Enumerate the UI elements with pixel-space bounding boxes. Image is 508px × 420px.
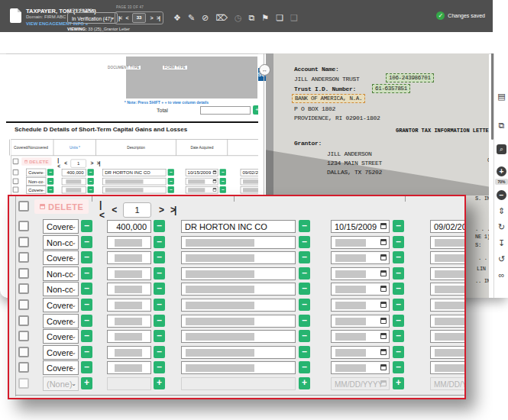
remove-row-button[interactable]: – <box>154 361 165 373</box>
covered-select[interactable]: Non-covered⌄ <box>26 177 46 186</box>
units-input[interactable] <box>107 330 151 343</box>
remove-row-button[interactable]: – <box>81 361 92 373</box>
link-icon[interactable]: ∞ <box>497 270 506 280</box>
remove-row-button[interactable]: – <box>220 186 226 193</box>
date-sold-input[interactable] <box>430 267 466 280</box>
remove-row-button[interactable]: – <box>88 186 94 193</box>
date-acquired-input[interactable] <box>331 283 390 296</box>
remove-row-button[interactable]: – <box>47 169 53 176</box>
remove-row-button[interactable]: – <box>154 330 165 342</box>
stamp-icon[interactable]: ❖ <box>173 11 181 24</box>
calendar-icon[interactable] <box>213 188 216 191</box>
row-checkbox[interactable] <box>18 252 29 263</box>
search-document-icon[interactable]: ⌕ <box>497 144 506 154</box>
calendar-icon[interactable] <box>380 254 387 260</box>
comment-icon[interactable]: ❏ <box>276 11 283 24</box>
next-page-button[interactable]: > <box>150 15 152 21</box>
units-input[interactable] <box>107 236 151 249</box>
covered-select[interactable]: Non-covered⌄ <box>43 282 79 296</box>
row-checkbox[interactable] <box>13 178 19 184</box>
first-page-button[interactable]: |< <box>118 15 121 21</box>
date-acquired-input[interactable] <box>331 330 390 343</box>
bookmark-icon[interactable]: ⚑ <box>261 11 269 24</box>
last-page-button[interactable]: >| <box>97 160 100 166</box>
delete-page-icon[interactable]: ⌦ <box>215 11 228 24</box>
row-checkbox[interactable] <box>18 268 29 279</box>
add-row-button[interactable]: + <box>393 377 404 389</box>
calendar-icon[interactable] <box>380 223 387 229</box>
remove-row-button[interactable]: – <box>393 299 404 311</box>
history-icon[interactable]: ◷ <box>235 11 242 24</box>
row-checkbox[interactable] <box>18 283 29 294</box>
date-sold-input[interactable]: 09/02/2010 <box>430 220 466 233</box>
total-add-button[interactable]: + <box>253 105 258 115</box>
covered-select[interactable]: Covered⌄ <box>43 314 79 328</box>
date-acquired-input[interactable] <box>331 236 390 249</box>
description-input[interactable]: DR HORTON INC CO <box>102 169 166 176</box>
remove-row-button[interactable]: – <box>299 236 310 248</box>
date-sold-input[interactable] <box>241 186 258 193</box>
remove-row-button[interactable]: – <box>81 251 92 263</box>
remove-row-button[interactable]: – <box>299 267 310 279</box>
date-sold-input[interactable] <box>241 178 258 185</box>
grid-page-input[interactable]: 1 <box>123 202 151 218</box>
document-icon[interactable]: ❑ <box>290 11 298 24</box>
units-input[interactable] <box>107 361 151 374</box>
remove-row-button[interactable]: – <box>81 220 92 232</box>
calendar-icon[interactable] <box>213 170 216 173</box>
row-checkbox[interactable] <box>18 331 29 341</box>
date-sold-input[interactable] <box>430 236 466 249</box>
units-input[interactable]: 400,000 <box>107 220 151 233</box>
add-row-button[interactable]: + <box>299 377 310 389</box>
remove-row-button[interactable]: – <box>81 330 92 342</box>
date-acquired-input[interactable] <box>331 346 390 359</box>
row-checkbox[interactable] <box>18 299 29 310</box>
remove-row-button[interactable]: – <box>88 178 94 185</box>
view-pages-select[interactable]: In Verification (47) ▾ <box>67 12 118 24</box>
last-page-button[interactable]: >| <box>170 205 175 215</box>
covered-select[interactable]: Covered⌄ <box>43 329 79 344</box>
remove-row-button[interactable]: – <box>299 283 310 295</box>
remove-row-button[interactable]: – <box>299 330 310 342</box>
remove-row-button[interactable]: – <box>393 346 404 358</box>
description-input[interactable] <box>181 267 296 280</box>
remove-row-button[interactable]: – <box>393 236 404 248</box>
description-input[interactable] <box>181 377 296 390</box>
covered-select[interactable]: Covered⌄ <box>43 219 79 234</box>
row-checkbox[interactable] <box>13 170 19 176</box>
remove-row-button[interactable]: – <box>393 315 404 327</box>
date-acquired-input[interactable] <box>331 315 390 328</box>
covered-select[interactable]: Covered⌄ <box>26 169 46 177</box>
description-input[interactable] <box>102 178 166 185</box>
remove-row-button[interactable]: – <box>393 267 404 279</box>
print-icon[interactable]: ▤ <box>497 92 506 102</box>
refresh-icon[interactable]: ↺ <box>497 254 506 264</box>
zoom-in-icon[interactable]: + <box>497 166 506 176</box>
remove-row-button[interactable]: – <box>168 169 174 176</box>
date-acquired-input[interactable] <box>186 178 218 185</box>
description-input[interactable] <box>181 251 296 264</box>
calendar-icon[interactable] <box>380 349 387 355</box>
last-page-button[interactable]: >| <box>157 15 160 21</box>
remove-row-button[interactable]: – <box>154 346 165 358</box>
remove-row-button[interactable]: – <box>168 186 174 193</box>
row-checkbox[interactable] <box>18 315 29 326</box>
calendar-icon[interactable] <box>380 318 387 324</box>
account-number-highlight[interactable]: 106-243986701 <box>386 73 434 82</box>
remove-row-button[interactable]: – <box>154 315 165 327</box>
remove-row-button[interactable]: – <box>393 283 404 295</box>
remove-row-button[interactable]: – <box>220 169 226 176</box>
row-checkbox[interactable] <box>18 221 29 231</box>
remove-row-button[interactable]: – <box>47 178 53 185</box>
first-page-button[interactable]: |< <box>99 199 104 221</box>
add-row-button[interactable]: + <box>81 377 92 389</box>
description-input[interactable] <box>181 330 296 343</box>
date-acquired-input[interactable] <box>331 299 390 312</box>
units-input[interactable] <box>107 283 151 296</box>
date-sold-input[interactable] <box>430 283 466 296</box>
remove-row-button[interactable]: – <box>299 220 310 232</box>
date-acquired-input[interactable] <box>186 186 218 193</box>
remove-row-button[interactable]: – <box>393 251 404 263</box>
prev-page-button[interactable]: < <box>125 15 128 21</box>
remove-row-button[interactable]: – <box>299 361 310 373</box>
